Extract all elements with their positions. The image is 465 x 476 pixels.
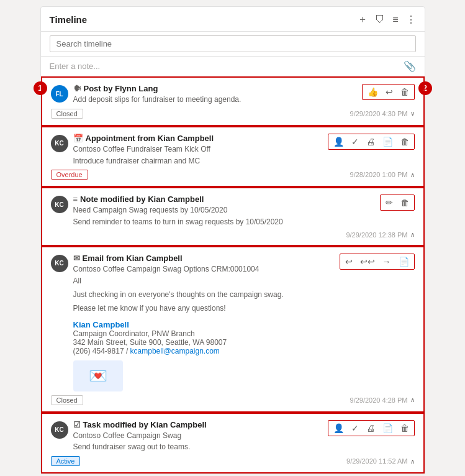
post-reply-button[interactable]: ↩	[384, 86, 394, 98]
appointment-chevron[interactable]: ∧	[410, 172, 415, 178]
post-timestamp: 9/29/2020 4:30 PM ∨	[350, 110, 415, 117]
paperclip-icon[interactable]: 📎	[404, 60, 416, 72]
task-assign-button[interactable]: 👤	[332, 422, 345, 434]
task-item-desc1: Contoso Coffee Campaign Swag	[73, 431, 328, 441]
avatar-fl: FL	[51, 85, 68, 103]
post-item: FL 🗣 Post by Flynn Lang Add deposit slip…	[41, 76, 425, 126]
note-placeholder[interactable]: Enter a note...	[50, 62, 101, 71]
sig-separator: /	[126, 347, 130, 355]
note-item-title: ≡ Note modified by Kian Campbell	[73, 195, 380, 204]
appt-assign-button[interactable]: 👤	[332, 135, 345, 148]
appointment-item-content: 📅 Appointment from Kian Campbell Contoso…	[73, 134, 328, 167]
email-item-desc1: Contoso Coffee Campaign Swag Options CRM…	[73, 264, 340, 275]
task-item-content: ☑ Task modified by Kian Campbell Contoso…	[73, 420, 328, 453]
appointment-item-desc1: Contoso Coffee Fundraiser Team Kick Off	[73, 144, 328, 155]
avatar-kc-task: KC	[51, 421, 68, 439]
timeline-items: FL 🗣 Post by Flynn Lang Add deposit slip…	[41, 76, 425, 474]
email-item-desc2: All	[73, 276, 340, 286]
sig-address: 342 Main Street, Suite 900, Seattle, WA …	[73, 338, 340, 347]
appt-trash-button[interactable]: 🗑	[399, 135, 410, 148]
appointment-item-footer: Overdue 9/28/2020 1:00 PM ∧	[51, 170, 415, 180]
email-item-actions: ↩ ↩↩ → 📄	[340, 254, 415, 270]
post-thumbup-button[interactable]: 👍	[366, 86, 379, 98]
post-item-desc: Add deposit slips for fundraiser to meet…	[73, 94, 362, 105]
email-chevron[interactable]: ∧	[410, 396, 415, 403]
note-item-footer: 9/29/2020 12:38 PM ∧	[51, 231, 415, 239]
post-status-badge: Closed	[51, 109, 83, 119]
appointment-item: KC 📅 Appointment from Kian Campbell Cont…	[41, 126, 425, 188]
task-doc-button[interactable]: 📄	[381, 422, 394, 434]
task-chevron[interactable]: ∧	[410, 458, 415, 465]
post-item-footer: Closed 9/29/2020 4:30 PM ∨	[51, 109, 415, 119]
appointment-item-left: KC 📅 Appointment from Kian Campbell Cont…	[51, 134, 328, 167]
sig-name: Kian Campbell	[73, 320, 340, 329]
appointment-icon: 📅	[73, 134, 83, 143]
appt-doc-button[interactable]: 📄	[381, 135, 394, 148]
email-item-title: ✉ Email from Kian Campbell	[73, 254, 340, 263]
sig-email-link[interactable]: kcampbell@campaign.com	[130, 347, 220, 355]
note-edit-button[interactable]: ✏	[384, 196, 394, 209]
post-item-content: 🗣 Post by Flynn Lang Add deposit slips f…	[73, 84, 362, 105]
post-chevron[interactable]: ∨	[410, 110, 415, 117]
appointment-title-text: Appointment from Kian Campbell	[86, 134, 214, 143]
appointment-item-title: 📅 Appointment from Kian Campbell	[73, 134, 328, 143]
sig-title: Campaign Coordinator, PNW Branch	[73, 329, 340, 338]
email-title-text: Email from Kian Campbell	[83, 254, 183, 263]
email-body1: Just checking in on everyone's thoughts …	[73, 289, 340, 300]
note-area: Enter a note... 📎	[41, 57, 425, 76]
task-item-left: KC ☑ Task modified by Kian Campbell Cont…	[51, 420, 328, 453]
appt-check-button[interactable]: ✓	[350, 135, 360, 148]
timeline-title: Timeline	[50, 14, 358, 25]
note-item-header: KC ≡ Note modified by Kian Campbell Need…	[51, 195, 415, 227]
task-title-text: Task modified by Kian Campbell	[83, 420, 207, 429]
task-print-button[interactable]: 🖨	[365, 422, 376, 434]
sig-phone: (206) 454-9817	[73, 347, 124, 355]
email-image: 💌	[73, 360, 123, 391]
timeline-header: Timeline ＋ ⛉ ≡ ⋮	[41, 7, 425, 32]
sort-icon[interactable]: ≡	[392, 14, 398, 25]
note-icon: ≡	[73, 195, 78, 204]
email-doc-button[interactable]: 📄	[397, 255, 410, 268]
note-item-actions: ✏ 🗑	[380, 195, 415, 211]
email-item: KC ✉ Email from Kian Campbell Contoso Co…	[41, 246, 425, 413]
task-status-badge: Active	[51, 456, 81, 466]
email-item-content: ✉ Email from Kian Campbell Contoso Coffe…	[73, 254, 340, 391]
note-item-content: ≡ Note modified by Kian Campbell Need Ca…	[73, 195, 380, 227]
search-bar	[41, 32, 425, 57]
note-item-desc1: Need Campaign Swag requests by 10/05/202…	[73, 205, 380, 216]
email-item-left: KC ✉ Email from Kian Campbell Contoso Co…	[51, 254, 340, 391]
task-item-header: KC ☑ Task modified by Kian Campbell Cont…	[51, 420, 415, 453]
appointment-item-desc2: Introduce fundraiser chairman and MC	[73, 156, 328, 167]
note-chevron[interactable]: ∧	[410, 231, 415, 238]
task-item: KC ☑ Task modified by Kian Campbell Cont…	[41, 413, 425, 474]
email-replyall-button[interactable]: ↩↩	[359, 255, 376, 268]
note-trash-button[interactable]: 🗑	[399, 196, 410, 209]
post-title-text: Post by Flynn Lang	[84, 84, 158, 93]
task-check-button[interactable]: ✓	[350, 422, 360, 434]
task-item-footer: Active 9/29/2020 11:52 AM ∧	[51, 456, 415, 466]
task-trash-button[interactable]: 🗑	[399, 422, 410, 434]
email-item-header: KC ✉ Email from Kian Campbell Contoso Co…	[51, 254, 415, 391]
email-signature: Kian Campbell Campaign Coordinator, PNW …	[73, 320, 340, 355]
post-item-actions: 👍 ↩ 🗑	[362, 84, 415, 100]
task-item-title: ☑ Task modified by Kian Campbell	[73, 420, 328, 429]
post-item-title: 🗣 Post by Flynn Lang	[73, 84, 362, 93]
appointment-item-actions: 👤 ✓ 🖨 📄 🗑	[328, 134, 415, 150]
filter-icon[interactable]: ⛉	[375, 14, 385, 25]
email-reply-button[interactable]: ↩	[344, 255, 354, 268]
post-trash-button[interactable]: 🗑	[399, 86, 410, 98]
email-body2: Please let me know if you have any quest…	[73, 303, 340, 314]
email-forward-button[interactable]: →	[381, 255, 392, 268]
email-timestamp: 9/29/2020 4:28 PM ∧	[350, 396, 415, 404]
email-item-footer: Closed 9/29/2020 4:28 PM ∧	[51, 395, 415, 405]
appt-print-button[interactable]: 🖨	[365, 135, 376, 148]
note-item-desc2: Send reminder to teams to turn in swag r…	[73, 217, 380, 227]
task-icon: ☑	[73, 420, 81, 429]
search-input[interactable]	[50, 35, 416, 52]
more-icon[interactable]: ⋮	[406, 14, 416, 25]
add-icon[interactable]: ＋	[358, 13, 368, 26]
avatar-kc-email: KC	[51, 255, 68, 272]
sig-phone-email: (206) 454-9817 / kcampbell@campaign.com	[73, 347, 340, 355]
task-item-actions: 👤 ✓ 🖨 📄 🗑	[328, 420, 415, 436]
note-title-text: Note modified by Kian Campbell	[80, 195, 204, 204]
